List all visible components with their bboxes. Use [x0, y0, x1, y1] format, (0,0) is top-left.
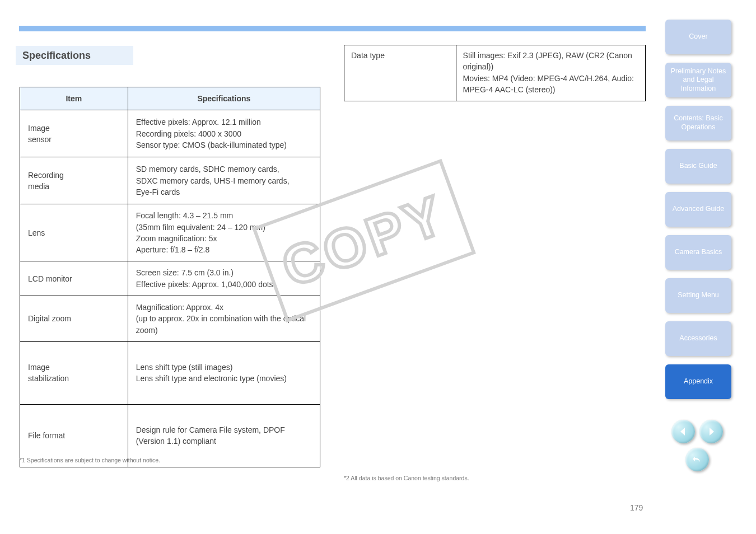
col-header-spec: Specifications [128, 87, 320, 110]
tab-preliminary[interactable]: Preliminary Notes and Legal Information [665, 63, 731, 97]
tab-setting-menu[interactable]: Setting Menu [665, 278, 731, 313]
return-icon [692, 454, 703, 465]
spec-item: LCD monitor [20, 261, 128, 296]
svg-marker-0 [680, 428, 685, 435]
svg-marker-1 [710, 428, 714, 435]
spec-value: Focal length: 4.3 – 21.5 mm(35mm film eq… [128, 204, 320, 261]
return-button[interactable] [685, 448, 709, 471]
spec-value: Magnification: Approx. 4x(up to approx. … [128, 296, 320, 342]
spec-item: Data type [344, 45, 456, 101]
tab-camera-basics[interactable]: Camera Basics [665, 235, 731, 270]
tab-appendix[interactable]: Appendix [665, 364, 731, 399]
spec-item: Digital zoom [20, 296, 128, 342]
footnote: *2 All data is based on Canon testing st… [344, 474, 646, 482]
chevron-left-icon [678, 427, 688, 437]
table-row: Recordingmedia SD memory cards, SDHC mem… [20, 157, 320, 204]
spec-value: Effective pixels: Approx. 12.1 millionRe… [128, 110, 320, 157]
tab-advanced-guide[interactable]: Advanced Guide [665, 192, 731, 227]
section-title: Specifications [16, 46, 133, 65]
spec-item: Lens [20, 204, 128, 261]
spec-value: Screen size: 7.5 cm (3.0 in.)Effective p… [128, 261, 320, 296]
table-row: Lens Focal length: 4.3 – 21.5 mm(35mm fi… [20, 204, 320, 261]
header-rule [19, 26, 646, 31]
next-page-button[interactable] [699, 420, 723, 443]
spec-value: SD memory cards, SDHC memory cards,SDXC … [128, 157, 320, 204]
spec-value: Lens shift type (still images)Lens shift… [128, 341, 320, 404]
table-row: LCD monitor Screen size: 7.5 cm (3.0 in.… [20, 261, 320, 296]
prev-page-button[interactable] [671, 420, 695, 443]
spec-table-continued: Data type Still images: Exif 2.3 (JPEG),… [344, 45, 646, 101]
spec-item: Recordingmedia [20, 157, 128, 204]
nav-controls [671, 420, 727, 476]
tab-cover[interactable]: Cover [665, 20, 731, 54]
chevron-right-icon [706, 427, 716, 437]
table-row: Digital zoom Magnification: Approx. 4x(u… [20, 296, 320, 342]
table-row: Imagesensor Effective pixels: Approx. 12… [20, 110, 320, 157]
tab-basic-guide[interactable]: Basic Guide [665, 149, 731, 184]
tab-accessories[interactable]: Accessories [665, 321, 731, 356]
spec-item: Imagesensor [20, 110, 128, 157]
footnote: *1 Specifications are subject to change … [20, 456, 322, 464]
spec-value: Still images: Exif 2.3 (JPEG), RAW (CR2 … [456, 45, 645, 101]
spec-item: Imagestabilization [20, 341, 128, 404]
col-header-item: Item [20, 87, 128, 110]
page-number: 179 [630, 503, 643, 512]
spec-table: Item Specifications Imagesensor Effectiv… [20, 87, 320, 467]
table-row: Imagestabilization Lens shift type (stil… [20, 341, 320, 404]
side-nav: Cover Preliminary Notes and Legal Inform… [665, 20, 731, 399]
table-row: Data type Still images: Exif 2.3 (JPEG),… [344, 45, 646, 101]
tab-contents[interactable]: Contents: Basic Operations [665, 106, 731, 140]
